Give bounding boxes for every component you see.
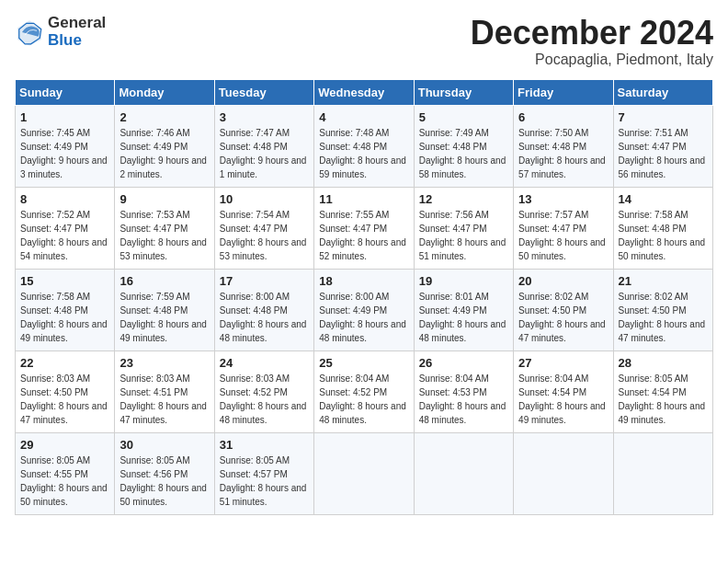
- calendar-cell: 25Sunrise: 8:04 AMSunset: 4:52 PMDayligh…: [314, 350, 414, 432]
- day-number: 20: [518, 274, 608, 288]
- logo-icon: [15, 17, 44, 47]
- day-number: 29: [20, 438, 109, 452]
- day-detail: Sunrise: 8:05 AMSunset: 4:56 PMDaylight:…: [119, 454, 209, 509]
- calendar-cell: 11Sunrise: 7:55 AMSunset: 4:47 PMDayligh…: [314, 187, 414, 269]
- day-number: 12: [419, 192, 508, 206]
- day-detail: Sunrise: 7:58 AMSunset: 4:48 PMDaylight:…: [619, 208, 708, 263]
- weekday-header-row: SundayMondayTuesdayWednesdayThursdayFrid…: [16, 79, 713, 105]
- calendar-week-row: 8Sunrise: 7:52 AMSunset: 4:47 PMDaylight…: [16, 187, 713, 269]
- day-detail: Sunrise: 7:54 AMSunset: 4:47 PMDaylight:…: [220, 208, 309, 263]
- calendar-cell: 20Sunrise: 8:02 AMSunset: 4:50 PMDayligh…: [514, 269, 613, 350]
- calendar-cell: 7Sunrise: 7:51 AMSunset: 4:47 PMDaylight…: [613, 105, 712, 187]
- calendar-cell: 14Sunrise: 7:58 AMSunset: 4:48 PMDayligh…: [613, 187, 712, 269]
- calendar-week-row: 29Sunrise: 8:05 AMSunset: 4:55 PMDayligh…: [16, 432, 713, 514]
- calendar-week-row: 1Sunrise: 7:45 AMSunset: 4:49 PMDaylight…: [16, 105, 713, 187]
- day-detail: Sunrise: 8:02 AMSunset: 4:50 PMDaylight:…: [518, 290, 608, 345]
- title-block: December 2024 Pocapaglia, Piedmont, Ital…: [471, 15, 713, 68]
- day-number: 9: [119, 192, 209, 206]
- day-detail: Sunrise: 8:05 AMSunset: 4:57 PMDaylight:…: [220, 454, 309, 509]
- calendar-cell: 27Sunrise: 8:04 AMSunset: 4:54 PMDayligh…: [514, 350, 613, 432]
- day-detail: Sunrise: 8:05 AMSunset: 4:54 PMDaylight:…: [619, 372, 708, 427]
- day-number: 3: [220, 110, 309, 124]
- calendar-cell: 19Sunrise: 8:01 AMSunset: 4:49 PMDayligh…: [414, 269, 513, 350]
- day-number: 7: [619, 110, 708, 124]
- day-number: 15: [20, 274, 109, 288]
- calendar-cell: 28Sunrise: 8:05 AMSunset: 4:54 PMDayligh…: [613, 350, 712, 432]
- calendar-cell: 23Sunrise: 8:03 AMSunset: 4:51 PMDayligh…: [115, 350, 214, 432]
- day-number: 6: [518, 110, 608, 124]
- calendar-cell: 12Sunrise: 7:56 AMSunset: 4:47 PMDayligh…: [414, 187, 513, 269]
- day-detail: Sunrise: 7:49 AMSunset: 4:48 PMDaylight:…: [419, 126, 508, 181]
- day-number: 24: [220, 356, 309, 370]
- calendar-cell: 30Sunrise: 8:05 AMSunset: 4:56 PMDayligh…: [115, 432, 214, 514]
- day-number: 26: [419, 356, 508, 370]
- page-header: General Blue December 2024 Pocapaglia, P…: [15, 15, 713, 68]
- day-number: 25: [319, 356, 408, 370]
- calendar-cell: 24Sunrise: 8:03 AMSunset: 4:52 PMDayligh…: [214, 350, 313, 432]
- day-number: 28: [619, 356, 708, 370]
- day-number: 23: [119, 356, 209, 370]
- location-subtitle: Pocapaglia, Piedmont, Italy: [471, 52, 713, 68]
- weekday-header-saturday: Saturday: [613, 79, 712, 105]
- weekday-header-friday: Friday: [514, 79, 613, 105]
- day-number: 2: [119, 110, 209, 124]
- logo-text: General Blue: [48, 15, 106, 49]
- day-number: 30: [119, 438, 209, 452]
- calendar-cell: 6Sunrise: 7:50 AMSunset: 4:48 PMDaylight…: [514, 105, 613, 187]
- calendar-body: 1Sunrise: 7:45 AMSunset: 4:49 PMDaylight…: [16, 105, 713, 514]
- calendar-cell: 9Sunrise: 7:53 AMSunset: 4:47 PMDaylight…: [115, 187, 214, 269]
- day-detail: Sunrise: 8:04 AMSunset: 4:53 PMDaylight:…: [419, 372, 508, 427]
- calendar-cell: [514, 432, 613, 514]
- day-detail: Sunrise: 8:02 AMSunset: 4:50 PMDaylight:…: [619, 290, 708, 345]
- weekday-header-wednesday: Wednesday: [314, 79, 414, 105]
- logo: General Blue: [15, 15, 106, 49]
- calendar-cell: [613, 432, 712, 514]
- day-detail: Sunrise: 7:59 AMSunset: 4:48 PMDaylight:…: [119, 290, 209, 345]
- calendar-cell: 18Sunrise: 8:00 AMSunset: 4:49 PMDayligh…: [314, 269, 414, 350]
- calendar-cell: 3Sunrise: 7:47 AMSunset: 4:48 PMDaylight…: [214, 105, 313, 187]
- calendar-cell: 2Sunrise: 7:46 AMSunset: 4:49 PMDaylight…: [115, 105, 214, 187]
- calendar-cell: 22Sunrise: 8:03 AMSunset: 4:50 PMDayligh…: [16, 350, 115, 432]
- day-detail: Sunrise: 8:04 AMSunset: 4:52 PMDaylight:…: [319, 372, 408, 427]
- day-detail: Sunrise: 7:46 AMSunset: 4:49 PMDaylight:…: [119, 126, 209, 181]
- calendar-week-row: 15Sunrise: 7:58 AMSunset: 4:48 PMDayligh…: [16, 269, 713, 350]
- calendar-cell: 13Sunrise: 7:57 AMSunset: 4:47 PMDayligh…: [514, 187, 613, 269]
- day-number: 22: [20, 356, 109, 370]
- calendar-cell: 5Sunrise: 7:49 AMSunset: 4:48 PMDaylight…: [414, 105, 513, 187]
- day-number: 19: [419, 274, 508, 288]
- day-number: 17: [220, 274, 309, 288]
- calendar-week-row: 22Sunrise: 8:03 AMSunset: 4:50 PMDayligh…: [16, 350, 713, 432]
- day-number: 10: [220, 192, 309, 206]
- day-number: 1: [20, 110, 109, 124]
- weekday-header-sunday: Sunday: [16, 79, 115, 105]
- day-number: 8: [20, 192, 109, 206]
- calendar-cell: 8Sunrise: 7:52 AMSunset: 4:47 PMDaylight…: [16, 187, 115, 269]
- day-number: 11: [319, 192, 408, 206]
- calendar-cell: 15Sunrise: 7:58 AMSunset: 4:48 PMDayligh…: [16, 269, 115, 350]
- day-detail: Sunrise: 8:01 AMSunset: 4:49 PMDaylight:…: [419, 290, 508, 345]
- calendar-cell: 21Sunrise: 8:02 AMSunset: 4:50 PMDayligh…: [613, 269, 712, 350]
- calendar-cell: 17Sunrise: 8:00 AMSunset: 4:48 PMDayligh…: [214, 269, 313, 350]
- day-detail: Sunrise: 8:03 AMSunset: 4:50 PMDaylight:…: [20, 372, 109, 427]
- calendar-cell: 16Sunrise: 7:59 AMSunset: 4:48 PMDayligh…: [115, 269, 214, 350]
- month-title: December 2024: [471, 15, 713, 52]
- calendar-cell: 26Sunrise: 8:04 AMSunset: 4:53 PMDayligh…: [414, 350, 513, 432]
- calendar-table: SundayMondayTuesdayWednesdayThursdayFrid…: [15, 79, 713, 515]
- day-detail: Sunrise: 8:00 AMSunset: 4:49 PMDaylight:…: [319, 290, 408, 345]
- calendar-cell: 31Sunrise: 8:05 AMSunset: 4:57 PMDayligh…: [214, 432, 313, 514]
- day-number: 14: [619, 192, 708, 206]
- day-detail: Sunrise: 7:58 AMSunset: 4:48 PMDaylight:…: [20, 290, 109, 345]
- day-detail: Sunrise: 7:55 AMSunset: 4:47 PMDaylight:…: [319, 208, 408, 263]
- calendar-cell: [314, 432, 414, 514]
- weekday-header-monday: Monday: [115, 79, 214, 105]
- day-number: 18: [319, 274, 408, 288]
- day-detail: Sunrise: 7:48 AMSunset: 4:48 PMDaylight:…: [319, 126, 408, 181]
- day-detail: Sunrise: 8:03 AMSunset: 4:52 PMDaylight:…: [220, 372, 309, 427]
- day-number: 13: [518, 192, 608, 206]
- day-detail: Sunrise: 8:03 AMSunset: 4:51 PMDaylight:…: [119, 372, 209, 427]
- day-number: 21: [619, 274, 708, 288]
- day-detail: Sunrise: 7:50 AMSunset: 4:48 PMDaylight:…: [518, 126, 608, 181]
- day-detail: Sunrise: 7:53 AMSunset: 4:47 PMDaylight:…: [119, 208, 209, 263]
- day-detail: Sunrise: 7:57 AMSunset: 4:47 PMDaylight:…: [518, 208, 608, 263]
- day-number: 4: [319, 110, 408, 124]
